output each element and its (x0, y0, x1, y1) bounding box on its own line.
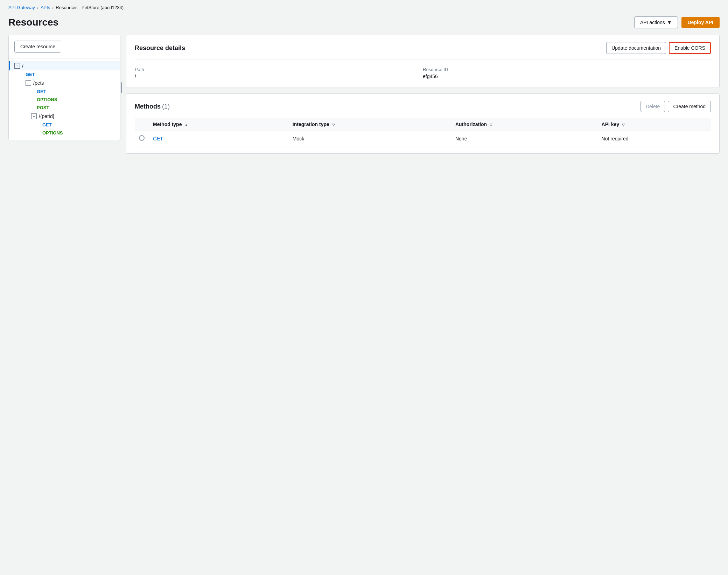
create-resource-button[interactable]: Create resource (14, 41, 61, 53)
left-panel: Create resource − / GET − /pets GET OPTI… (8, 35, 120, 140)
tree-item-petid[interactable]: − /{petId} (14, 112, 120, 121)
methods-actions: Delete Create method (640, 101, 711, 112)
path-field: Path / (135, 65, 423, 81)
col-authorization[interactable]: Authorization ▽ (451, 118, 597, 131)
resource-id-value: efg456 (423, 74, 711, 79)
path-value: / (135, 74, 423, 79)
row-select-cell (135, 131, 149, 146)
col-authorization-label: Authorization (455, 122, 487, 127)
api-actions-label: API actions (640, 20, 665, 25)
row-radio[interactable] (139, 135, 145, 141)
page-header: Resources API actions ▼ Deploy API (0, 14, 728, 35)
header-actions: API actions ▼ Deploy API (634, 16, 720, 28)
expand-icon-pets: − (26, 80, 31, 86)
col-api-key[interactable]: API key ▽ (597, 118, 711, 131)
path-label: Path (135, 67, 423, 72)
table-row: GET Mock None Not required (135, 131, 711, 146)
tree-pets-container: − /pets GET OPTIONS POST − /{petId} GET … (9, 78, 120, 137)
tree-method-petid-get[interactable]: GET (14, 121, 120, 129)
method-get-link[interactable]: GET (153, 136, 163, 141)
tree-item-root[interactable]: − / (9, 61, 120, 70)
resize-handle[interactable] (120, 35, 123, 140)
enable-cors-button[interactable]: Enable CORS (669, 42, 711, 54)
tree-label-pets: /pets (33, 80, 44, 86)
delete-method-button[interactable]: Delete (640, 101, 665, 112)
page-title: Resources (8, 17, 58, 28)
tree-method-petid-options[interactable]: OPTIONS (14, 129, 120, 137)
tree-method-root-get[interactable]: GET (9, 70, 120, 78)
methods-title-area: Methods (1) (135, 103, 170, 110)
row-method-type: GET (149, 131, 288, 146)
methods-card: Methods (1) Delete Create method Method … (126, 93, 720, 154)
create-method-button[interactable]: Create method (668, 101, 711, 112)
col-api-key-label: API key (602, 122, 620, 127)
tree-label-root: / (22, 63, 23, 69)
deploy-api-button[interactable]: Deploy API (681, 17, 720, 28)
resource-details-actions: Update documentation Enable CORS (606, 42, 711, 54)
col-integration-type[interactable]: Integration type ▽ (288, 118, 451, 131)
breadcrumb-sep-1: › (37, 5, 38, 10)
methods-count: (1) (162, 103, 170, 110)
resource-details-header: Resource details Update documentation En… (135, 42, 711, 54)
col-method-type[interactable]: Method type ▲ (149, 118, 288, 131)
methods-table: Method type ▲ Integration type ▽ Authori… (135, 118, 711, 146)
sort-icon-method: ▲ (184, 123, 188, 127)
dropdown-icon: ▼ (667, 20, 672, 25)
methods-table-body: GET Mock None Not required (135, 131, 711, 146)
sort-icon-auth: ▽ (490, 123, 492, 127)
breadcrumb-current: Resources - PetStore (abcd1234) (56, 5, 124, 10)
col-method-type-label: Method type (153, 122, 182, 127)
methods-table-header-row: Method type ▲ Integration type ▽ Authori… (135, 118, 711, 131)
expand-icon-petid: − (31, 113, 37, 119)
tree-item-pets[interactable]: − /pets (14, 78, 120, 88)
resource-details-card: Resource details Update documentation En… (126, 35, 720, 88)
col-integration-type-label: Integration type (293, 122, 329, 127)
methods-table-head: Method type ▲ Integration type ▽ Authori… (135, 118, 711, 131)
tree-method-pets-options[interactable]: OPTIONS (14, 96, 120, 104)
sort-icon-apikey: ▽ (622, 123, 625, 127)
tree-method-pets-post[interactable]: POST (14, 104, 120, 112)
resource-details-grid: Path / Resource ID efg456 (135, 60, 711, 81)
tree-label-petid: /{petId} (39, 113, 54, 119)
row-api-key: Not required (597, 131, 711, 146)
resource-details-title: Resource details (135, 44, 185, 52)
expand-icon-root: − (14, 63, 20, 69)
breadcrumb-api-gateway[interactable]: API Gateway (8, 5, 35, 10)
main-content: Create resource − / GET − /pets GET OPTI… (0, 35, 728, 162)
resource-tree: − / GET − /pets GET OPTIONS POST − /{pet… (9, 58, 120, 140)
col-select (135, 118, 149, 131)
breadcrumb-sep-2: › (52, 5, 54, 10)
row-integration-type: Mock (288, 131, 451, 146)
update-documentation-button[interactable]: Update documentation (606, 42, 666, 54)
right-panel: Resource details Update documentation En… (126, 35, 720, 154)
breadcrumb: API Gateway › APIs › Resources - PetStor… (0, 0, 728, 14)
breadcrumb-apis[interactable]: APIs (41, 5, 50, 10)
methods-header: Methods (1) Delete Create method (135, 101, 711, 112)
tree-method-pets-get[interactable]: GET (14, 88, 120, 96)
sort-icon-integration: ▽ (332, 123, 335, 127)
resource-id-field: Resource ID efg456 (423, 65, 711, 81)
api-actions-button[interactable]: API actions ▼ (634, 16, 678, 28)
methods-title: Methods (135, 103, 161, 110)
resource-id-label: Resource ID (423, 67, 711, 72)
row-authorization: None (451, 131, 597, 146)
